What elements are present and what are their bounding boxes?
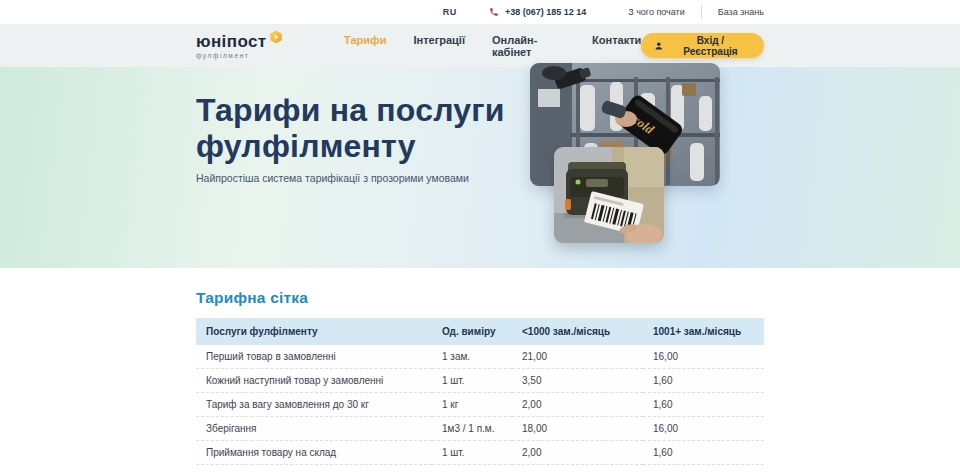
phone-link[interactable]: +38 (067) 185 12 14 <box>489 7 586 17</box>
logo-subtitle: фулфілмент <box>196 52 300 59</box>
cell-price-low: 18,00 <box>512 417 643 441</box>
menu-item-online-cabinet[interactable]: Онлайн-кабінет <box>492 34 565 58</box>
pricing-section: Тарифна сітка Послуги фулфілменту Од. ви… <box>196 268 764 475</box>
login-register-button[interactable]: Вхід / Реєстрація <box>641 33 764 58</box>
cell-service: Перший товар в замовленні <box>196 345 432 369</box>
cell-unit: 1 кг <box>432 393 512 417</box>
login-register-label: Вхід / Реєстрація <box>670 35 751 57</box>
menu-item-integrations[interactable]: Інтеграції <box>413 34 465 58</box>
cell-service: Зберігання <box>196 417 432 441</box>
table-row: Приймання товару на склад 1 шт. 2,00 1,6… <box>196 441 764 465</box>
cell-unit: 1 шт. <box>432 441 512 465</box>
cell-service: Тариф за вагу замовлення до 30 кг <box>196 393 432 417</box>
topbar: RU +38 (067) 185 12 14 З чого почати Баз… <box>0 0 960 24</box>
phone-icon <box>489 7 499 17</box>
cell-unit: 1 зам. <box>432 345 512 369</box>
hero-subtitle: Найпростіша система тарифікації з прозор… <box>196 172 469 184</box>
main-menu: Тарифи Інтеграції Онлайн-кабінет Контакт… <box>344 34 641 58</box>
phone-number: +38 (067) 185 12 14 <box>505 7 586 17</box>
cell-price-low: 21,00 <box>512 345 643 369</box>
topbar-links: З чого почати База знань <box>628 6 764 18</box>
cell-price-high: 1,60 <box>643 441 764 465</box>
table-row: Кожний наступний товар у замовленні 1 шт… <box>196 369 764 393</box>
cell-unit: 1м3 / 1 п.м. <box>432 417 512 441</box>
cell-price-low: 2,00 <box>512 441 643 465</box>
menu-item-tariffs[interactable]: Тарифи <box>344 34 386 58</box>
topbar-link-knowledge-base[interactable]: База знань <box>718 7 764 17</box>
cell-service: Кожний наступний товар у замовленні <box>196 369 432 393</box>
col-header-unit: Од. виміру <box>432 318 512 345</box>
cell-price-high: 16,00 <box>643 417 764 441</box>
logo-title: юніпост <box>196 33 267 50</box>
topbar-link-getting-started[interactable]: З чого почати <box>628 7 685 17</box>
pricing-title: Тарифна сітка <box>196 289 764 307</box>
pricing-table: Послуги фулфілменту Од. виміру <1000 зам… <box>196 318 764 465</box>
navbar: юніпост фулфілмент Тарифи Інтеграції Онл… <box>0 24 960 67</box>
table-row: Перший товар в замовленні 1 зам. 21,00 1… <box>196 345 764 369</box>
box-gem-icon <box>269 30 283 44</box>
language-switcher[interactable]: RU <box>443 7 457 17</box>
menu-item-contacts[interactable]: Контакти <box>592 34 641 58</box>
table-row: Зберігання 1м3 / 1 п.м. 18,00 16,00 <box>196 417 764 441</box>
cell-unit: 1 шт. <box>432 369 512 393</box>
table-header-row: Послуги фулфілменту Од. виміру <1000 зам… <box>196 318 764 345</box>
hero-section: Тарифи на послуги фулфілменту Найпростіш… <box>0 67 960 268</box>
cell-price-high: 1,60 <box>643 369 764 393</box>
col-header-over-1001: 1001+ зам./місяць <box>643 318 764 345</box>
label-printer-photo <box>554 147 664 243</box>
logo[interactable]: юніпост фулфілмент <box>196 33 300 59</box>
col-header-under-1000: <1000 зам./місяць <box>512 318 643 345</box>
table-row: Тариф за вагу замовлення до 30 кг 1 кг 2… <box>196 393 764 417</box>
cell-price-high: 1,60 <box>643 393 764 417</box>
cell-price-high: 16,00 <box>643 345 764 369</box>
cell-service: Приймання товару на склад <box>196 441 432 465</box>
cell-price-low: 2,00 <box>512 393 643 417</box>
col-header-service: Послуги фулфілменту <box>196 318 432 345</box>
hero-title: Тарифи на послуги фулфілменту <box>196 92 505 164</box>
user-icon <box>654 41 664 51</box>
topbar-divider <box>701 6 702 18</box>
cell-price-low: 3,50 <box>512 369 643 393</box>
